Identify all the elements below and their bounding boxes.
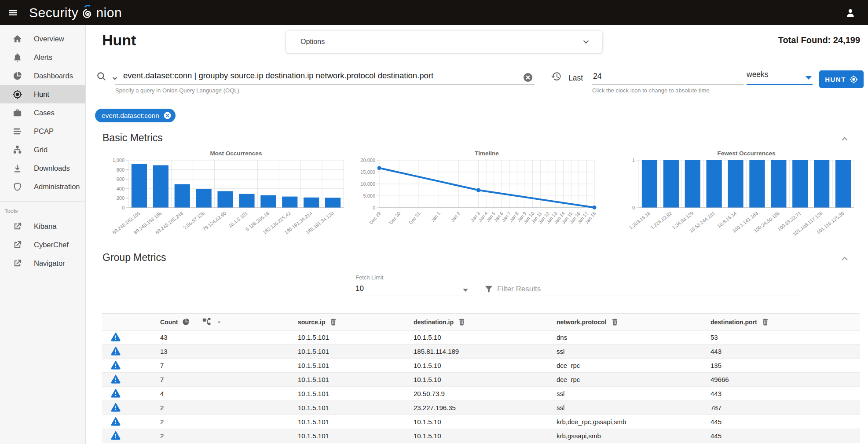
cell-network-protocol[interactable]: ssl (547, 401, 701, 415)
relative-time-toggle[interactable] (551, 71, 562, 84)
alert-triangle-icon[interactable] (111, 388, 121, 398)
sidebar-item-alerts[interactable]: Alerts (0, 48, 85, 66)
cell-destination-ip[interactable]: 20.50.73.9 (404, 387, 547, 401)
select-arrow-icon (463, 289, 468, 292)
trash-icon[interactable] (458, 318, 466, 326)
filter-results-input[interactable] (497, 283, 801, 295)
cell-source-ip[interactable]: 10.1.5.101 (288, 415, 404, 429)
cell-destination-port[interactable]: 443 (701, 387, 860, 401)
cell-network-protocol[interactable]: krb,gssapi,smb (547, 429, 701, 443)
trash-icon[interactable] (329, 318, 337, 326)
cell-destination-ip[interactable]: 10.1.5.10 (404, 415, 547, 429)
cell-count[interactable]: 43 (150, 330, 288, 345)
cell-source-ip[interactable]: 10.1.5.101 (288, 373, 404, 387)
cell-destination-port[interactable]: 787 (701, 401, 860, 415)
duration-unit-value: weeks (747, 70, 769, 79)
cell-network-protocol[interactable]: dce_rpc (547, 373, 701, 387)
alert-triangle-icon[interactable] (111, 430, 121, 440)
sidebar-item-hunt[interactable]: Hunt (0, 85, 85, 103)
group-graph-icon[interactable] (202, 317, 212, 327)
cell-source-ip[interactable]: 10.1.5.101 (288, 429, 404, 443)
cell-destination-port[interactable]: 445 (701, 429, 860, 443)
svg-text:10,000: 10,000 (360, 181, 375, 187)
alert-triangle-icon[interactable] (111, 332, 121, 341)
query-input[interactable] (123, 69, 521, 82)
pie-chart-icon (12, 71, 22, 81)
filter-chip[interactable]: event.dataset:conn (95, 109, 176, 122)
crosshair-icon (12, 89, 22, 99)
alert-triangle-icon[interactable] (111, 416, 121, 426)
sidebar-item-dashboards[interactable]: Dashboards (0, 66, 85, 85)
cell-network-protocol[interactable]: ssl (547, 345, 701, 359)
cell-source-ip[interactable]: 10.1.5.101 (288, 387, 404, 401)
sidebar-item-kibana[interactable]: Kibana (0, 217, 85, 235)
cell-count[interactable]: 2 (150, 401, 288, 415)
cell-destination-port[interactable]: 445 (701, 415, 860, 429)
query-history-chevron-icon[interactable] (111, 74, 119, 82)
cell-count[interactable]: 2 (150, 415, 288, 429)
query-hint: Specify a query in Onion Query Language … (115, 87, 239, 94)
cell-count[interactable]: 7 (150, 359, 288, 373)
sidebar-item-pcap[interactable]: PCAP (0, 122, 85, 140)
cell-destination-port[interactable]: 53 (701, 330, 860, 345)
trash-icon[interactable] (761, 318, 769, 326)
svg-text:Jan 2: Jan 2 (450, 210, 461, 223)
sidebar-item-navigator[interactable]: Navigator (0, 254, 85, 272)
fetch-limit-select[interactable]: 10 (355, 284, 364, 293)
sidebar-item-overview[interactable]: Overview (0, 29, 85, 48)
cell-network-protocol[interactable]: dns (547, 330, 701, 345)
alert-triangle-icon[interactable] (111, 402, 121, 412)
hunt-button[interactable]: HUNT (819, 70, 864, 88)
row-alert-cell (102, 345, 150, 359)
cell-destination-port[interactable]: 49666 (701, 373, 860, 387)
shield-icon (12, 182, 22, 192)
query-underline (115, 84, 535, 85)
options-dropdown[interactable]: Options (286, 31, 602, 53)
cell-destination-ip[interactable]: 23.227.196.35 (404, 401, 547, 415)
cell-destination-ip[interactable]: 185.81.114.189 (404, 345, 547, 359)
group-metrics-table: Count source.ip (102, 313, 860, 443)
cell-source-ip[interactable]: 10.1.5.101 (288, 330, 404, 345)
alert-triangle-icon[interactable] (111, 374, 121, 384)
svg-text:1,000: 1,000 (112, 158, 125, 163)
cell-destination-ip[interactable]: 10.1.5.10 (404, 330, 547, 345)
sidebar-item-grid[interactable]: Grid (0, 140, 85, 159)
cell-destination-port[interactable]: 443 (701, 345, 860, 359)
sidebar-item-cases[interactable]: Cases (0, 103, 85, 122)
duration-value-input[interactable] (593, 70, 738, 82)
trash-icon[interactable] (611, 318, 619, 326)
external-link-icon (12, 221, 22, 231)
sidebar-item-downloads[interactable]: Downloads (0, 159, 85, 177)
alert-triangle-icon[interactable] (111, 360, 121, 370)
pie-chart-icon[interactable] (182, 318, 190, 326)
cell-destination-ip[interactable]: 10.1.5.10 (404, 359, 547, 373)
alert-triangle-icon[interactable] (111, 346, 121, 356)
cell-count[interactable]: 2 (150, 429, 288, 443)
cell-source-ip[interactable]: 10.1.5.101 (288, 401, 404, 415)
cell-network-protocol[interactable]: ssl (547, 387, 701, 401)
dropdown-arrow-icon[interactable] (216, 319, 223, 326)
cell-source-ip[interactable]: 10.1.5.101 (288, 345, 404, 359)
cell-source-ip[interactable]: 10.1.5.101 (288, 359, 404, 373)
table-header-destination-ip: destination.ip (404, 314, 547, 330)
cell-network-protocol[interactable]: krb,dce_rpc,gssapi,smb (547, 415, 701, 429)
table-header-network-protocol: network.protocol (547, 314, 701, 330)
sidebar-item-administration[interactable]: Administration (0, 177, 85, 196)
sidebar-item-cyberchef[interactable]: CyberChef (0, 235, 85, 254)
chip-close-icon[interactable] (163, 111, 172, 120)
cell-count[interactable]: 13 (150, 345, 288, 359)
group-metrics-collapse-icon[interactable] (839, 253, 850, 264)
clear-query-button[interactable] (523, 72, 533, 84)
cell-count[interactable]: 7 (150, 373, 288, 387)
app-bar: Security nion (0, 0, 868, 25)
hamburger-menu-icon[interactable] (3, 3, 23, 23)
cell-network-protocol[interactable]: dce_rpc (547, 359, 701, 373)
basic-metrics-collapse-icon[interactable] (839, 134, 850, 144)
row-alert-cell (102, 387, 150, 401)
cell-destination-ip[interactable]: 10.1.5.10 (404, 373, 547, 387)
sidebar-item-label: Overview (34, 35, 64, 43)
cell-destination-port[interactable]: 135 (701, 359, 860, 373)
cell-count[interactable]: 4 (150, 387, 288, 401)
cell-destination-ip[interactable]: 10.1.5.10 (404, 429, 547, 443)
user-menu-button[interactable] (842, 4, 859, 22)
